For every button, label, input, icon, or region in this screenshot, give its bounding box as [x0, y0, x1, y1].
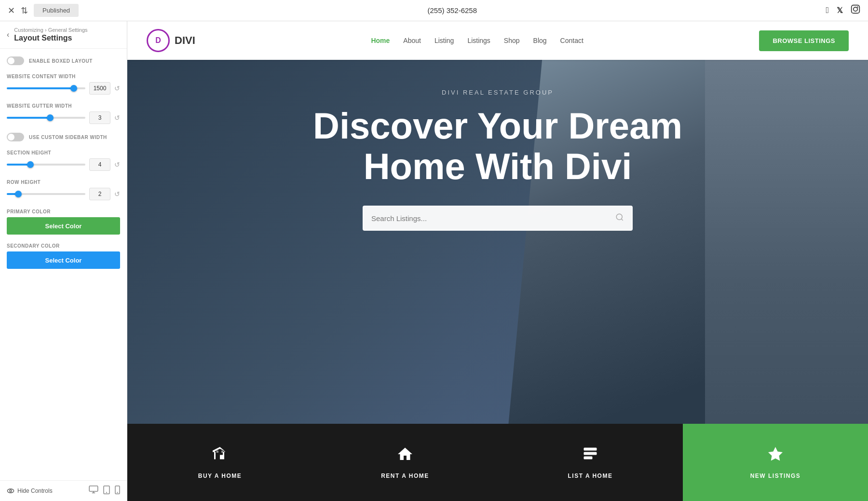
breadcrumb-block: Customizing › General Settings Layout Se…: [14, 27, 87, 42]
svg-rect-15: [584, 452, 597, 455]
secondary-color-button[interactable]: Select Color: [7, 251, 120, 269]
back-arrow[interactable]: ‹: [7, 30, 9, 39]
svg-rect-14: [584, 448, 597, 451]
search-box[interactable]: [363, 206, 633, 231]
custom-sidebar-toggle[interactable]: [7, 133, 24, 141]
content-width-label: WEBSITE CONTENT WIDTH: [7, 74, 120, 79]
primary-color-label: PRIMARY COLOR: [7, 209, 120, 214]
top-bar-left: ✕ ⇅ Published: [8, 4, 79, 17]
content-width-fill: [7, 87, 74, 89]
top-bar-right:  𝕏: [826, 4, 860, 16]
rent-home-icon: [396, 445, 414, 467]
rent-home-card[interactable]: RENT A HOME: [312, 424, 498, 501]
view-icons: [89, 486, 120, 496]
nav-links: Home About Listing Listings Shop Blog Co…: [371, 37, 583, 44]
content-width-value[interactable]: 1500: [89, 82, 110, 95]
nav-link-home[interactable]: Home: [371, 37, 390, 44]
secondary-color-row: SECONDARY COLOR Select Color: [7, 243, 120, 269]
nav-link-about[interactable]: About: [403, 37, 421, 44]
nav-link-listing[interactable]: Listing: [434, 37, 454, 44]
secondary-color-label: SECONDARY COLOR: [7, 243, 120, 249]
sidebar-header: ‹ Customizing › General Settings Layout …: [0, 21, 127, 49]
section-height-value[interactable]: 4: [89, 158, 110, 171]
buy-home-card[interactable]: BUY A HOME: [127, 424, 312, 501]
top-bar: ✕ ⇅ Published (255) 352-6258  𝕏: [0, 0, 868, 21]
primary-color-row: PRIMARY COLOR Select Color: [7, 209, 120, 235]
twitter-icon[interactable]: 𝕏: [837, 6, 843, 15]
swap-icon[interactable]: ⇅: [21, 5, 28, 16]
eye-icon: [7, 487, 14, 495]
content-width-reset[interactable]: ↺: [114, 84, 120, 92]
hero-title: Discover Your Dream Home With Divi: [281, 106, 715, 186]
tablet-view-icon[interactable]: [103, 486, 110, 496]
gutter-width-slider-row: 3 ↺: [7, 111, 120, 124]
svg-rect-0: [852, 5, 860, 14]
section-height-track[interactable]: [7, 164, 85, 166]
row-height-thumb[interactable]: [15, 191, 22, 197]
svg-point-1: [854, 7, 857, 11]
gutter-width-row: WEBSITE GUTTER WIDTH 3 ↺: [7, 103, 120, 124]
svg-point-3: [7, 489, 14, 493]
hero-content: DIVI REAL ESTATE GROUP Discover Your Dre…: [127, 60, 868, 231]
custom-sidebar-row: USE CUSTOM SIDEBAR WIDTH: [7, 133, 120, 141]
list-home-card[interactable]: LIST A HOME: [498, 424, 683, 501]
phone-number: (255) 352-6258: [427, 6, 477, 14]
sidebar-bottom: Hide Controls: [0, 480, 127, 501]
gutter-width-value[interactable]: 3: [89, 111, 110, 124]
sidebar-title: Layout Settings: [14, 34, 87, 42]
main-area: ‹ Customizing › General Settings Layout …: [0, 21, 868, 501]
content-width-row: WEBSITE CONTENT WIDTH 1500 ↺: [7, 74, 120, 95]
nav-link-listings[interactable]: Listings: [467, 37, 490, 44]
logo-text: DIVI: [175, 34, 195, 47]
enable-boxed-layout-toggle[interactable]: [7, 56, 24, 65]
content-width-thumb[interactable]: [70, 85, 77, 92]
content-width-slider-row: 1500 ↺: [7, 82, 120, 95]
browse-listings-button[interactable]: BROWSE LISTINGS: [759, 30, 849, 51]
nav-logo: D DIVI: [147, 29, 195, 52]
published-button[interactable]: Published: [34, 4, 79, 17]
breadcrumb: Customizing › General Settings: [14, 27, 87, 33]
preview-area: D DIVI Home About Listing Listings Shop …: [127, 21, 868, 501]
svg-point-2: [857, 6, 858, 8]
row-height-value[interactable]: 2: [89, 188, 110, 200]
close-icon[interactable]: ✕: [8, 5, 15, 16]
nav-link-contact[interactable]: Contact: [560, 37, 583, 44]
section-height-reset[interactable]: ↺: [114, 161, 120, 168]
nav-link-shop[interactable]: Shop: [504, 37, 520, 44]
custom-sidebar-label: USE CUSTOM SIDEBAR WIDTH: [29, 135, 107, 140]
desktop-view-icon[interactable]: [89, 486, 98, 496]
hide-controls-button[interactable]: Hide Controls: [7, 487, 53, 495]
primary-color-button[interactable]: Select Color: [7, 217, 120, 235]
svg-rect-5: [89, 486, 98, 491]
nav-link-blog[interactable]: Blog: [533, 37, 547, 44]
row-height-reset[interactable]: ↺: [114, 190, 120, 198]
content-width-track[interactable]: [7, 87, 85, 89]
row-height-track[interactable]: [7, 193, 85, 195]
new-listings-icon: [767, 445, 784, 467]
enable-boxed-layout-row: ENABLE BOXED LAYOUT: [7, 56, 120, 65]
website-nav: D DIVI Home About Listing Listings Shop …: [127, 21, 868, 60]
buy-home-label: BUY A HOME: [198, 473, 242, 479]
mobile-view-icon[interactable]: [115, 486, 120, 496]
gutter-width-track[interactable]: [7, 117, 85, 119]
search-input[interactable]: [371, 214, 615, 223]
row-height-slider-row: 2 ↺: [7, 188, 120, 200]
svg-rect-16: [584, 457, 593, 459]
section-height-slider-row: 4 ↺: [7, 158, 120, 171]
gutter-width-label: WEBSITE GUTTER WIDTH: [7, 103, 120, 109]
gutter-width-thumb[interactable]: [47, 114, 54, 121]
section-height-thumb[interactable]: [27, 161, 34, 168]
search-icon: [615, 213, 624, 224]
hero-wrapper: DIVI REAL ESTATE GROUP Discover Your Dre…: [127, 60, 868, 501]
sidebar-content: ENABLE BOXED LAYOUT WEBSITE CONTENT WIDT…: [0, 49, 127, 480]
row-height-label: ROW HEIGHT: [7, 180, 120, 185]
new-listings-card[interactable]: NEW LISTINGS: [683, 424, 868, 501]
enable-boxed-layout-label: ENABLE BOXED LAYOUT: [29, 58, 93, 64]
new-listings-label: NEW LISTINGS: [750, 473, 801, 479]
svg-line-13: [621, 219, 623, 220]
gutter-width-reset[interactable]: ↺: [114, 114, 120, 122]
facebook-icon[interactable]: : [826, 5, 829, 15]
instagram-icon[interactable]: [851, 4, 860, 16]
hide-controls-label: Hide Controls: [17, 487, 53, 494]
section-height-row: SECTION HEIGHT 4 ↺: [7, 150, 120, 171]
